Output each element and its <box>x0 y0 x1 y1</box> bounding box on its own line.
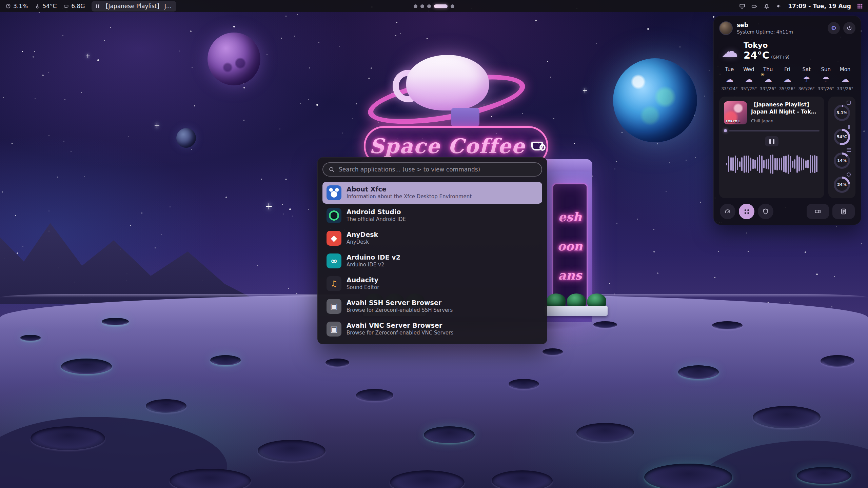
weather-timezone: (GMT+9) <box>771 55 789 60</box>
now-playing-text: 【Japanese Playlist】 J... <box>102 2 172 10</box>
app-grid-icon[interactable] <box>857 3 863 9</box>
cpu-usage-value: 3.1% <box>13 3 28 9</box>
gauge-ring: 24% <box>834 177 850 193</box>
crater <box>390 470 465 488</box>
forecast-temps: 35°/25° <box>739 86 758 91</box>
note-icon <box>840 208 847 215</box>
gauge-icon <box>847 148 851 152</box>
volume-icon[interactable] <box>776 3 782 9</box>
crater <box>356 389 393 401</box>
crater <box>821 355 854 367</box>
forecast-temps: 33°/26° <box>835 86 855 91</box>
workspace-dot[interactable] <box>420 4 424 8</box>
notifications-bell-icon[interactable] <box>764 3 770 9</box>
app-icon: ▣ <box>327 299 341 314</box>
search-bar[interactable] <box>322 162 542 177</box>
system-gauge: 14% <box>831 148 853 170</box>
notes-button[interactable] <box>832 204 855 219</box>
weather-icon: ☂ <box>816 73 835 85</box>
weather-icon: ☂ <box>797 73 816 85</box>
app-list: About Xfce Information about the Xfce De… <box>322 182 542 340</box>
search-icon <box>329 166 335 173</box>
app-description: Browse for Zeroconf-enabled VNC Servers <box>347 330 453 337</box>
gauge-icon <box>847 101 851 105</box>
gauge-value: 24% <box>837 182 847 187</box>
shield-icon <box>762 208 769 215</box>
app-description: Arduino IDE v2 <box>347 262 400 268</box>
app-description: Information about the Xfce Desktop Envir… <box>347 194 472 200</box>
forecast-day: Thu ☀☁ 33°/26° <box>758 66 778 91</box>
weather-temp: 24°C <box>744 49 769 61</box>
planter-box <box>545 306 608 316</box>
progress-track <box>729 130 820 131</box>
workspace-dot[interactable] <box>451 4 454 8</box>
crater <box>712 321 743 329</box>
screen-record-button[interactable] <box>807 204 829 219</box>
neon-sign-title: Space Coffee <box>369 134 525 158</box>
forecast-row: Tue ☁ 33°/24° Wed ☁ 35°/25° Thu ☀☁ 33°/2… <box>719 66 855 91</box>
app-list-item[interactable]: About Xfce Information about the Xfce De… <box>322 182 542 204</box>
progress-bar[interactable] <box>724 129 820 132</box>
app-list-item[interactable]: ◆ AnyDesk AnyDesk <box>322 227 542 249</box>
apps-button[interactable] <box>739 204 754 219</box>
memory-widget[interactable]: 6.8G <box>63 3 85 9</box>
crater <box>797 467 851 484</box>
workspace-dot[interactable] <box>414 4 417 8</box>
settings-button[interactable]: ⚙ <box>828 22 840 34</box>
crater <box>102 318 129 325</box>
window-neon-text: esh <box>558 210 581 224</box>
now-playing-widget[interactable]: 【Japanese Playlist】 J... <box>92 1 176 12</box>
crater <box>61 359 112 374</box>
app-list-item[interactable]: ∞ Arduino IDE v2 Arduino IDE v2 <box>322 250 542 272</box>
workspace-dot[interactable] <box>427 4 431 8</box>
forecast-temps: 33°/26° <box>816 86 835 91</box>
progress-thumb[interactable] <box>724 129 727 132</box>
earth-planet <box>613 58 697 142</box>
weather-icon: ☀☁ <box>758 73 778 85</box>
coffee-cup <box>406 55 489 110</box>
uptime-text: System Uptime: 4h11m <box>737 29 793 35</box>
app-title: Avahi SSH Server Browser <box>347 299 453 307</box>
gear-icon: ⚙ <box>831 24 836 32</box>
power-button[interactable] <box>843 22 855 34</box>
avatar[interactable] <box>719 21 733 35</box>
crater <box>20 335 41 341</box>
weather-icon: ☁ <box>739 73 758 85</box>
app-list-item[interactable]: Android Studio The official Android IDE <box>322 205 542 226</box>
star-sparkle <box>269 203 269 209</box>
crater <box>424 426 475 443</box>
search-input[interactable] <box>339 166 536 173</box>
app-title: AnyDesk <box>347 231 378 239</box>
crater <box>210 355 241 365</box>
gauges-card: 3.1% 54°C 14% 24% <box>828 97 855 198</box>
star-sparkle <box>157 123 157 128</box>
forecast-day: Wed ☁ 35°/25° <box>739 66 758 91</box>
user-card: seb System Uptime: 4h11m ⚙ <box>719 21 855 35</box>
app-title: Android Studio <box>347 208 406 216</box>
app-description: AnyDesk <box>347 239 378 246</box>
mountains <box>0 203 264 304</box>
battery-icon[interactable] <box>751 3 757 9</box>
shield-button[interactable] <box>758 204 773 219</box>
weather-card: ☁ Tokyo 24°C (GMT+9) <box>719 40 855 61</box>
ram-icon <box>63 3 69 9</box>
album-art[interactable]: TOKYO L <box>724 101 747 124</box>
pause-button[interactable] <box>765 136 778 146</box>
workspace-dot[interactable] <box>434 4 448 8</box>
temperature-widget[interactable]: 54°C <box>35 3 57 9</box>
weather-cloud-icon: ☁ <box>721 43 738 60</box>
gauge-value: 14% <box>837 158 847 163</box>
weather-icon: ☁ <box>778 73 797 85</box>
clock[interactable]: 17:09 - Tue, 19 Aug <box>788 3 851 9</box>
cpu-usage-widget[interactable]: 3.1% <box>5 3 28 9</box>
app-list-item[interactable]: ♫ Audacity Sound Editor <box>322 273 542 294</box>
control-panel: seb System Uptime: 4h11m ⚙ ☁ Tokyo 24°C … <box>713 16 861 225</box>
app-list-item[interactable]: ▣ Avahi SSH Server Browser Browse for Ze… <box>322 296 542 317</box>
app-list-item[interactable]: ▣ Avahi VNC Server Browser Browse for Ze… <box>322 318 542 340</box>
app-description: Sound Editor <box>347 284 379 291</box>
coffee-cup-icon <box>531 142 543 150</box>
forecast-day-label: Tue <box>720 66 739 73</box>
crater <box>258 440 326 462</box>
performance-button[interactable] <box>720 204 735 219</box>
device-link-icon[interactable] <box>739 3 745 9</box>
